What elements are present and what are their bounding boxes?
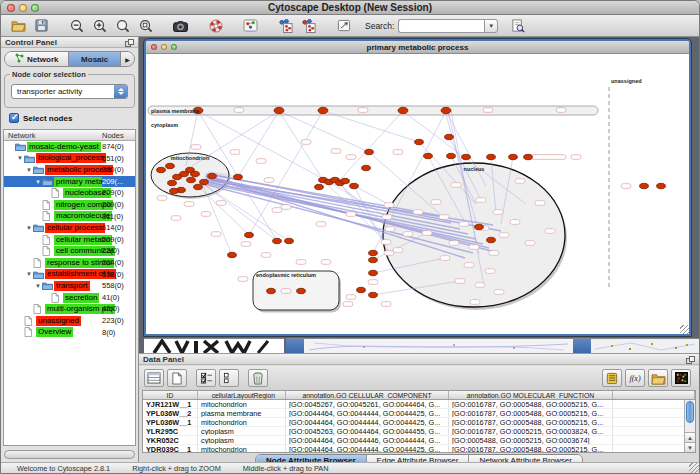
node-label-chip[interactable]	[464, 263, 474, 268]
tree-row[interactable]: response to stimul264(0)	[4, 257, 135, 269]
graph-node[interactable]	[341, 178, 350, 183]
tree-row[interactable]: secretion41(0)	[4, 292, 135, 304]
tree-row[interactable]: ▼cellular process614(0)	[4, 222, 135, 234]
graph-node[interactable]	[362, 165, 371, 170]
background-windows[interactable]	[139, 338, 699, 353]
table-row[interactable]: YDR039C__1mitochondrion[GO:0044464, GO:0…	[143, 445, 695, 453]
graph-node[interactable]	[228, 252, 237, 257]
node-label-chip[interactable]	[346, 295, 356, 300]
tree-row[interactable]: cell communicat22(0)	[4, 245, 135, 257]
node-label-chip[interactable]	[515, 179, 525, 184]
graph-node[interactable]	[369, 292, 378, 297]
node-label-chip[interactable]	[385, 227, 395, 232]
background-window-edge[interactable]	[573, 338, 591, 353]
tree-row[interactable]: mosaic-demo-yeast874(0)	[4, 141, 135, 153]
open-icon[interactable]	[7, 16, 30, 35]
expand-arrow-icon[interactable]: ▼	[16, 155, 24, 161]
node-label-chip[interactable]	[413, 210, 423, 215]
table-cell[interactable]: [GO:0045263, GO:0044464, GO:0044455, G..…	[286, 427, 449, 435]
help-lifesaver-icon[interactable]	[204, 16, 227, 35]
node-label-chip[interactable]	[485, 269, 495, 274]
graph-node[interactable]	[640, 183, 649, 188]
node-label-chip[interactable]	[316, 222, 326, 227]
node-label-chip[interactable]	[358, 108, 368, 113]
graph-node[interactable]	[369, 257, 378, 262]
attribute-table[interactable]: ID_cellularLayoutRegionannotation.GO CEL…	[142, 390, 696, 453]
graph-node[interactable]	[245, 232, 254, 237]
graph-node[interactable]	[365, 149, 374, 154]
scroll-up-arrow[interactable]: ▲	[685, 432, 695, 442]
node-label-chip[interactable]	[476, 198, 486, 203]
delete-attribute-icon[interactable]	[248, 369, 268, 387]
table-cell[interactable]: [GO:0045267, GO:0045261, GO:0044464, G..…	[286, 400, 449, 408]
search-input[interactable]	[398, 19, 484, 33]
table-cell[interactable]: [GO:0016787, GO:0005488, GO:0005215, G..…	[449, 400, 613, 408]
graph-node[interactable]	[194, 184, 203, 189]
attribute-list-icon[interactable]	[602, 369, 622, 387]
save-icon[interactable]	[30, 16, 53, 35]
expand-arrow-icon[interactable]: ▼	[34, 179, 42, 185]
select-attributes-icon[interactable]	[196, 369, 216, 387]
tree-row[interactable]: nucleobase-209(0)	[4, 187, 135, 199]
graph-node[interactable]	[462, 154, 471, 159]
table-cell[interactable]: cytoplasm	[198, 436, 286, 444]
node-label-chip[interactable]	[184, 202, 194, 207]
table-row[interactable]: YJR121W__1mitochondrion[GO:0045267, GO:0…	[143, 400, 695, 409]
table-cell[interactable]: [GO:0005488, GO:0005215, GO:0003674]	[449, 436, 613, 444]
expand-arrow-icon[interactable]: ▼	[25, 271, 33, 277]
node-label-chip[interactable]	[393, 248, 403, 253]
node-label-chip[interactable]	[230, 150, 240, 155]
table-cell[interactable]: YDR039C__1	[143, 445, 198, 453]
node-label-chip[interactable]	[510, 220, 520, 225]
node-label-chip[interactable]	[439, 215, 449, 220]
graph-node[interactable]	[657, 183, 666, 188]
snapshot-camera-icon[interactable]	[169, 16, 192, 35]
table-cell[interactable]: YJR121W__1	[143, 400, 198, 408]
table-cell[interactable]: [GO:0016787, GO:0005488, GO:0005215, G..…	[449, 445, 613, 453]
node-label-chip[interactable]	[301, 140, 311, 145]
node-label-chip[interactable]	[238, 277, 248, 282]
annotation-doc-icon[interactable]	[332, 16, 355, 35]
node-label-chip[interactable]	[346, 212, 356, 217]
tree-row[interactable]: macromolecule311(0)	[4, 211, 135, 223]
zoom-selected-icon[interactable]	[134, 16, 157, 35]
graph-node[interactable]	[234, 174, 243, 179]
node-label-chip[interactable]	[440, 256, 450, 261]
node-label-chip[interactable]	[261, 253, 271, 258]
graph-node[interactable]	[524, 154, 533, 159]
table-cell[interactable]: [GO:0044464, GO:0044446, GO:0044444, G..…	[286, 436, 449, 444]
node-label-chip[interactable]	[368, 280, 378, 285]
graph-node[interactable]	[315, 184, 324, 189]
tree-row[interactable]: cellular metabo209(0)	[4, 234, 135, 246]
table-cell[interactable]: YLR295C	[143, 427, 198, 435]
graph-node[interactable]	[285, 238, 294, 243]
graph-node[interactable]	[487, 154, 496, 159]
layout-copy-blue-icon[interactable]	[274, 16, 297, 35]
graph-node[interactable]	[424, 153, 433, 158]
node-label-chip[interactable]	[494, 290, 504, 295]
table-scrollbar[interactable]: ▲ ▼	[684, 400, 695, 452]
node-label-chip[interactable]	[321, 260, 331, 265]
table-cell[interactable]: YPL036W__1	[143, 418, 198, 426]
node-label-chip[interactable]	[571, 155, 581, 160]
node-label-chip[interactable]	[535, 201, 545, 206]
node-label-chip[interactable]	[381, 240, 391, 245]
node-label-chip[interactable]	[384, 203, 394, 208]
table-cell[interactable]: [GO:0044464, GO:0044444, GO:0044425, G..…	[286, 409, 449, 417]
table-cell[interactable]: YKR052C	[143, 436, 198, 444]
table-cell[interactable]: mitochondrion	[198, 400, 286, 408]
tree-row[interactable]: unassigned223(0)	[4, 315, 135, 327]
background-window-edge[interactable]	[286, 338, 304, 353]
graph-node[interactable]	[166, 163, 175, 168]
float-panel-icon[interactable]	[125, 33, 134, 51]
tab-network[interactable]: Network	[5, 52, 69, 66]
node-label-chip[interactable]	[281, 205, 291, 210]
attribute-table-icon[interactable]	[144, 369, 164, 387]
function-builder-icon[interactable]: f(x)	[625, 369, 645, 387]
node-label-chip[interactable]	[256, 159, 266, 164]
node-label-chip[interactable]	[545, 229, 555, 234]
node-label-chip[interactable]	[343, 302, 353, 307]
tree-row[interactable]: ▼establishment of lo558(0)	[4, 269, 135, 281]
network-window-titlebar[interactable]: primary metabolic process	[146, 41, 689, 54]
network-view-window[interactable]: primary metabolic process plasma membran…	[144, 39, 691, 336]
